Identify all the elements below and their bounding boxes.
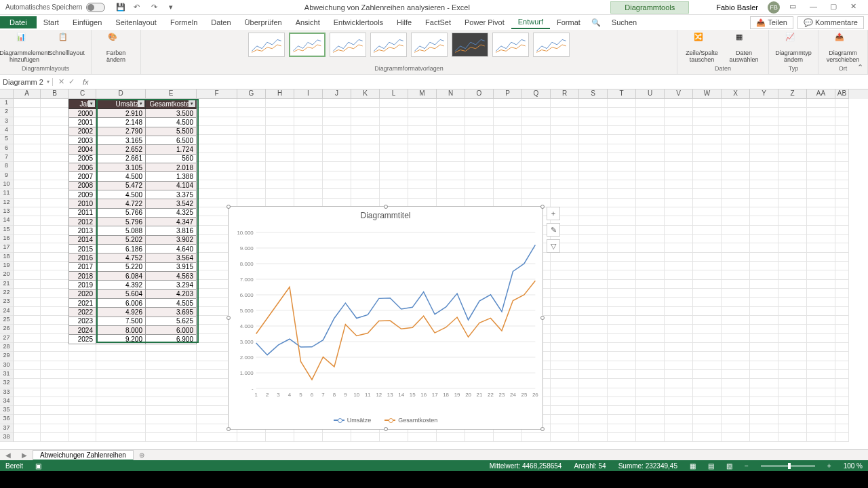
sheet-nav-prev-icon[interactable]: ◀	[0, 451, 16, 459]
row-header[interactable]: 11	[0, 189, 14, 198]
row-header[interactable]: 14	[0, 216, 14, 225]
maximize-icon[interactable]: ▢	[830, 2, 841, 13]
row-header[interactable]: 15	[0, 226, 14, 235]
row-header[interactable]: 4	[0, 126, 14, 135]
contextual-tab[interactable]: Diagrammtools	[610, 1, 689, 14]
redo-icon[interactable]: ↷	[151, 3, 161, 12]
chart-style-4[interactable]	[370, 33, 407, 57]
chart-legend[interactable]: Umsätze Gesamtkosten	[229, 417, 542, 424]
col-header[interactable]: M	[408, 89, 437, 99]
quick-layout-button[interactable]: 📋Schnelllayout	[47, 33, 85, 57]
search-field[interactable]: Suchen	[605, 16, 644, 28]
row-header[interactable]: 22	[0, 289, 14, 298]
row-header[interactable]: 34	[0, 397, 14, 406]
zoom-slider[interactable]	[761, 465, 815, 467]
tab-power pivot[interactable]: Power Pivot	[458, 16, 511, 28]
tab-entwicklertools[interactable]: Entwicklertools	[327, 16, 390, 28]
tab-format[interactable]: Format	[550, 16, 587, 28]
sheet-nav-next-icon[interactable]: ▶	[16, 451, 33, 459]
comments-button[interactable]: 💬 Kommentare	[797, 16, 864, 29]
row-header[interactable]: 32	[0, 379, 14, 388]
tab-überprüfen[interactable]: Überprüfen	[238, 16, 289, 28]
name-box[interactable]: Diagramm 2▾	[0, 78, 53, 86]
row-header[interactable]: 20	[0, 270, 14, 279]
chart-style-1[interactable]	[248, 33, 285, 57]
col-header[interactable]: F	[197, 89, 237, 99]
col-header[interactable]: V	[665, 89, 693, 99]
chart-title[interactable]: Diagrammtitel	[229, 207, 542, 223]
col-header[interactable]: O	[465, 89, 494, 99]
select-data-button[interactable]: ▦Daten auswählen	[725, 33, 763, 64]
tab-factset[interactable]: FactSet	[418, 16, 458, 28]
chart-style-7[interactable]	[492, 33, 529, 57]
col-header[interactable]: I	[294, 89, 323, 99]
tab-file[interactable]: Datei	[0, 16, 37, 28]
row-header[interactable]: 36	[0, 415, 14, 424]
row-header[interactable]: 1	[0, 99, 14, 108]
tab-einfügen[interactable]: Einfügen	[66, 16, 108, 28]
row-header[interactable]: 21	[0, 280, 14, 289]
worksheet-grid[interactable]: ABCDEFGHIJKLMNOPQRSTUVWXYZAAAB 123456789…	[0, 89, 868, 451]
row-header[interactable]: 16	[0, 235, 14, 243]
ribbon-display-icon[interactable]: ▭	[789, 2, 800, 13]
chart-plot-area[interactable]: -1.0002.0003.0004.0005.0006.0007.0008.00…	[256, 226, 536, 395]
row-header[interactable]: 7	[0, 153, 14, 162]
col-header[interactable]: Z	[778, 89, 807, 99]
col-header[interactable]: R	[551, 89, 579, 99]
row-header[interactable]: 10	[0, 180, 14, 189]
row-header[interactable]: 8	[0, 162, 14, 171]
tab-hilfe[interactable]: Hilfe	[390, 16, 418, 28]
switch-row-col-button[interactable]: 🔀Zeile/Spalte tauschen	[683, 33, 721, 64]
row-header[interactable]: 26	[0, 325, 14, 333]
qat-more-icon[interactable]: ▾	[169, 3, 178, 12]
move-chart-button[interactable]: 📤Diagramm verschieben	[824, 33, 862, 64]
row-header[interactable]: 25	[0, 316, 14, 325]
col-header[interactable]: H	[266, 89, 294, 99]
col-header[interactable]: AB	[835, 89, 849, 99]
autosave-toggle[interactable]: Automatisches Speichern	[0, 3, 111, 12]
user-avatar[interactable]: FB	[768, 1, 780, 14]
row-header[interactable]: 24	[0, 307, 14, 316]
col-header[interactable]: N	[437, 89, 465, 99]
col-header[interactable]: AA	[807, 89, 835, 99]
col-header[interactable]: P	[494, 89, 522, 99]
col-header[interactable]: W	[693, 89, 722, 99]
col-header[interactable]: Y	[750, 89, 778, 99]
view-normal-icon[interactable]: ▦	[690, 462, 696, 470]
search-icon[interactable]: 🔍	[587, 18, 605, 27]
chart-style-2[interactable]	[289, 33, 326, 57]
col-header[interactable]: G	[237, 89, 266, 99]
share-button[interactable]: 📤 Teilen	[750, 16, 793, 29]
chart-style-6[interactable]	[452, 33, 488, 57]
zoom-level[interactable]: 100 %	[844, 462, 863, 470]
col-header[interactable]: A	[14, 89, 41, 99]
row-header[interactable]: 9	[0, 171, 14, 180]
row-header[interactable]: 29	[0, 352, 14, 361]
add-chart-element-button[interactable]: 📊Diagrammelement hinzufügen	[5, 33, 43, 64]
row-header[interactable]: 37	[0, 424, 14, 433]
collapse-ribbon-icon[interactable]: ⌃	[857, 63, 865, 71]
col-header[interactable]: U	[636, 89, 665, 99]
zoom-in-icon[interactable]: +	[827, 462, 831, 470]
row-header[interactable]: 17	[0, 243, 14, 252]
row-header[interactable]: 35	[0, 406, 14, 415]
col-header[interactable]: X	[722, 89, 750, 99]
chart-elements-button[interactable]: +	[547, 207, 560, 220]
row-header[interactable]: 27	[0, 334, 14, 343]
chart-style-gallery[interactable]	[248, 31, 570, 65]
macro-record-icon[interactable]: ▣	[35, 462, 41, 470]
chart-style-5[interactable]	[411, 33, 448, 57]
chart-filters-button[interactable]: ▽	[547, 239, 560, 253]
col-header[interactable]: Q	[522, 89, 551, 99]
chart-style-8[interactable]	[533, 33, 570, 57]
view-pagebreak-icon[interactable]: ▧	[726, 462, 732, 470]
col-header[interactable]: C	[69, 89, 96, 99]
save-icon[interactable]: 💾	[116, 3, 125, 12]
tab-entwurf[interactable]: Entwurf	[511, 16, 550, 29]
row-header[interactable]: 33	[0, 388, 14, 397]
row-header[interactable]: 23	[0, 298, 14, 306]
embedded-chart[interactable]: Diagrammtitel -1.0002.0003.0004.0005.000…	[228, 206, 543, 430]
row-header[interactable]: 38	[0, 433, 14, 442]
row-header[interactable]: 19	[0, 262, 14, 270]
undo-icon[interactable]: ↶	[134, 3, 143, 12]
